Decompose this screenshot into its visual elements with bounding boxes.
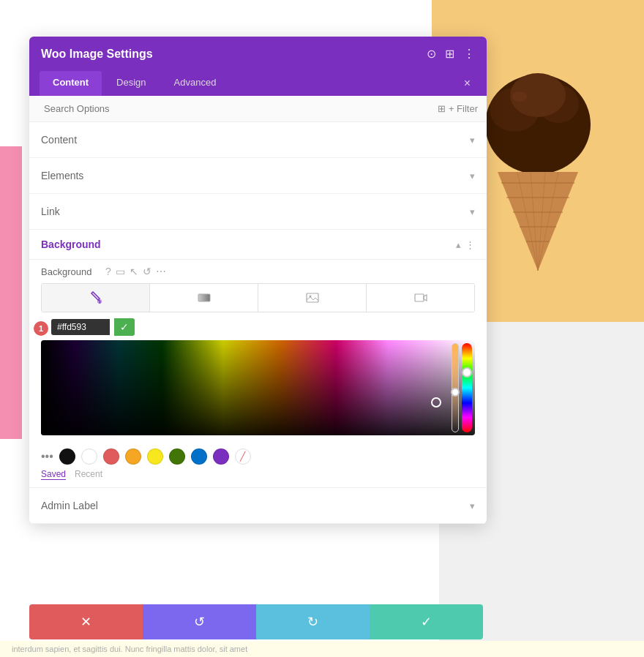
accordion-elements-header[interactable]: Elements ▾ xyxy=(29,158,487,193)
svg-marker-20 xyxy=(424,295,427,301)
chevron-down-icon-2: ▾ xyxy=(470,170,475,181)
layout-icon[interactable]: ⊞ xyxy=(445,47,454,61)
help-icon[interactable]: ? xyxy=(105,266,111,277)
save-button[interactable]: ✓ xyxy=(370,604,483,639)
bg-type-tabs xyxy=(41,283,475,312)
svg-marker-5 xyxy=(498,172,578,271)
filter-label: + Filter xyxy=(449,103,478,114)
bg-pink xyxy=(0,146,22,439)
background-section: Background ▴ ⋮ xyxy=(29,230,487,260)
saved-tab[interactable]: Saved xyxy=(41,469,66,480)
color-spectrum[interactable] xyxy=(41,340,475,435)
svg-point-4 xyxy=(512,91,527,102)
accordion-content: Content ▾ xyxy=(29,122,487,158)
svg-rect-16 xyxy=(198,294,210,301)
background-title: Background xyxy=(41,239,101,250)
accordion-link: Link ▾ xyxy=(29,194,487,230)
header-icons: ⊙ ⊞ ⋮ xyxy=(427,47,475,61)
alpha-slider[interactable] xyxy=(452,343,459,432)
more-options-icon[interactable]: ⋮ xyxy=(465,239,475,250)
bottom-toolbar: ✕ ↺ ↻ ✓ xyxy=(29,604,483,639)
erase-swatch-button[interactable]: ╱ xyxy=(235,448,251,465)
footer-text: interdum sapien, et sagittis dui. Nunc f… xyxy=(0,641,644,657)
accordion-content-label: Content xyxy=(41,134,77,146)
cancel-button[interactable]: ✕ xyxy=(29,604,143,639)
filter-button[interactable]: ⊞ + Filter xyxy=(438,103,478,114)
swatch-green[interactable] xyxy=(169,448,185,465)
chevron-down-icon-4: ▾ xyxy=(470,500,475,511)
chevron-down-icon-3: ▾ xyxy=(470,206,475,217)
swatch-tabs: Saved Recent xyxy=(29,468,487,487)
hex-input-row: 1 ✓ xyxy=(41,318,475,336)
arrow-icon[interactable]: ↖ xyxy=(130,266,138,277)
reset-button[interactable]: ↺ xyxy=(143,604,256,639)
background-label: Background xyxy=(41,266,100,277)
swatch-blue[interactable] xyxy=(191,448,207,465)
background-row: Background ? ▭ ↖ ↺ ⋯ xyxy=(29,260,487,283)
video-icon xyxy=(414,291,427,304)
redo-button[interactable]: ↻ xyxy=(256,604,370,639)
swatch-red[interactable] xyxy=(103,448,119,465)
image-icon xyxy=(306,291,319,304)
hue-thumb[interactable] xyxy=(462,367,472,378)
hue-slider[interactable] xyxy=(462,343,472,432)
desktop-icon[interactable]: ▭ xyxy=(116,266,125,277)
admin-label-text: Admin Label xyxy=(41,500,98,511)
accordion-content-header[interactable]: Content ▾ xyxy=(29,122,487,157)
tab-advanced[interactable]: Advanced xyxy=(161,71,230,96)
panel-header: Woo Image Settings ⊙ ⊞ ⋮ xyxy=(29,37,487,71)
chevron-up-icon[interactable]: ▴ xyxy=(456,239,461,250)
paint-bucket-icon xyxy=(89,291,102,304)
more-icon[interactable]: ⋮ xyxy=(463,47,475,61)
dots-icon[interactable]: ⋯ xyxy=(156,266,166,277)
tab-content[interactable]: Content xyxy=(40,71,102,96)
chevron-down-icon: ▾ xyxy=(470,135,475,146)
bg-tab-gradient[interactable] xyxy=(150,284,258,312)
ice-cream-svg xyxy=(472,44,604,278)
search-bar: ⊞ + Filter xyxy=(29,96,487,122)
swatch-black[interactable] xyxy=(59,448,75,465)
bg-tab-image[interactable] xyxy=(258,284,367,312)
svg-rect-19 xyxy=(415,294,424,301)
settings-panel: Woo Image Settings ⊙ ⊞ ⋮ Content Design … xyxy=(29,37,487,524)
color-cursor[interactable] xyxy=(431,397,441,408)
close-button[interactable]: × xyxy=(458,71,476,96)
search-input[interactable] xyxy=(38,96,438,121)
accordion-elements: Elements ▾ xyxy=(29,158,487,194)
hex-confirm-button[interactable]: ✓ xyxy=(114,318,135,336)
maximize-icon[interactable]: ⊙ xyxy=(427,47,436,61)
filter-icon: ⊞ xyxy=(438,103,446,114)
svg-rect-17 xyxy=(307,293,318,302)
accordion-link-label: Link xyxy=(41,206,60,217)
recent-tab[interactable]: Recent xyxy=(75,469,102,480)
admin-label-header[interactable]: Admin Label ▾ xyxy=(29,488,487,523)
bg-tab-video[interactable] xyxy=(367,284,474,312)
bg-type-icons: ? ▭ ↖ ↺ ⋯ xyxy=(105,266,166,277)
color-swatches-row: ••• ╱ xyxy=(29,441,487,468)
swatch-orange[interactable] xyxy=(125,448,141,465)
swatch-purple[interactable] xyxy=(213,448,229,465)
bg-section-controls: ▴ ⋮ xyxy=(456,239,475,250)
more-swatches-button[interactable]: ••• xyxy=(41,450,53,463)
admin-label-section: Admin Label ▾ xyxy=(29,487,487,524)
bg-tab-color[interactable] xyxy=(42,284,150,312)
reset-icon[interactable]: ↺ xyxy=(143,266,151,277)
accordion-link-header[interactable]: Link ▾ xyxy=(29,194,487,229)
swatch-white[interactable] xyxy=(81,448,97,465)
panel-title: Woo Image Settings xyxy=(41,48,153,61)
color-picker: 1 ✓ xyxy=(41,318,475,435)
swatch-yellow[interactable] xyxy=(147,448,163,465)
accordion-elements-label: Elements xyxy=(41,170,83,181)
gradient-icon xyxy=(198,291,211,304)
tab-design[interactable]: Design xyxy=(103,71,159,96)
step-badge: 1 xyxy=(34,321,48,336)
panel-tabs: Content Design Advanced × xyxy=(29,71,487,96)
hex-input[interactable] xyxy=(51,319,110,335)
alpha-thumb[interactable] xyxy=(451,388,460,397)
